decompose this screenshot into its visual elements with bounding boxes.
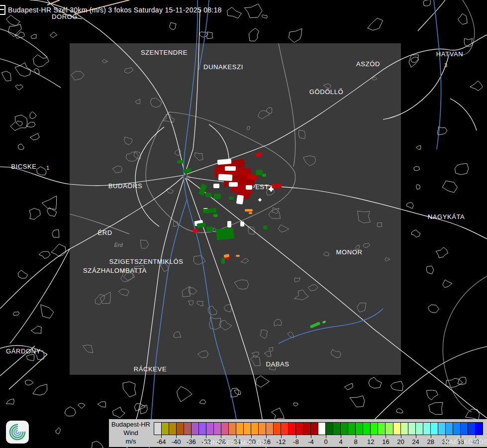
legend-color-cell [184, 423, 192, 435]
settlement-outline [308, 284, 318, 291]
radar-echo [262, 174, 266, 177]
page-title: Budapest-HR Szél 30km (m/s) 3 fokos Satu… [8, 6, 222, 14]
settlement-outline [189, 287, 197, 294]
settlement-outline [219, 320, 232, 330]
radar-echo [272, 183, 282, 189]
legend-color-cell [401, 423, 408, 435]
radar-echo [247, 173, 258, 180]
settlement-outline [33, 384, 47, 395]
settlement-outline [34, 68, 39, 74]
settlement-outline [466, 409, 480, 420]
settlement-outline [18, 270, 28, 278]
map-label-budapest: BUDAPEST [232, 183, 269, 191]
legend-color-cell [461, 423, 468, 435]
settlement-outline [134, 151, 141, 159]
settlement-outline [65, 407, 76, 416]
wind-color-scale [154, 422, 483, 435]
radar-domain-rect [70, 43, 401, 375]
map-label-sz-zhalombatta: SZÁZHALOMBATTA [83, 267, 147, 274]
settlement-outline [83, 345, 93, 353]
legend-color-cell [431, 423, 438, 435]
legend-color-cell [311, 423, 318, 435]
map-label-buda-rs: BUDAÖRS [108, 182, 143, 190]
map-label-r-ckeve: RÁCKEVE [134, 365, 167, 373]
legend-tick-value: 32 [442, 438, 449, 446]
settlement-outline [416, 185, 420, 190]
radar-echo [246, 185, 252, 190]
legend-color-cell [476, 423, 483, 435]
settlement-outline [163, 114, 174, 122]
legend-color-cell [206, 423, 214, 435]
legend-color-cell [453, 423, 461, 435]
radar-echo [255, 152, 263, 158]
settlement-outline [207, 32, 213, 39]
settlement-outline [363, 243, 370, 247]
inner-settlement-outlines [71, 59, 390, 370]
legend-color-cell [356, 423, 363, 435]
settlement-outline [13, 312, 19, 316]
legend-color-cell [192, 423, 199, 435]
radar-echo [221, 258, 225, 264]
legend-color-cell [416, 423, 423, 435]
legend-color-cell [341, 423, 348, 435]
legend-color-cell [154, 423, 162, 435]
settlement-outline [368, 18, 383, 30]
settlement-outline [372, 77, 377, 80]
legend-color-cell [214, 423, 221, 435]
settlement-outline [150, 98, 161, 108]
radar-echo [225, 255, 229, 259]
settlement-outline [350, 396, 365, 407]
legend-tick-value: 8 [354, 438, 358, 446]
settlement-outline [16, 121, 22, 126]
settlement-outline [299, 130, 305, 139]
settlement-outline [262, 15, 267, 18]
settlement-outline [36, 167, 46, 175]
settlement-outline [303, 156, 316, 166]
danube-river [184, 0, 240, 448]
settlement-outline [274, 319, 282, 326]
settlement-outline [113, 407, 125, 418]
legend-color-cell [274, 423, 281, 435]
settlement-outline [429, 402, 443, 414]
settlement-outline [264, 351, 271, 357]
title-glyph-icon [0, 5, 5, 15]
settlement-outline [446, 378, 463, 388]
radar-echo [205, 193, 211, 197]
settlement-outline [71, 71, 84, 80]
legend-color-cell [423, 423, 431, 435]
settlement-outline [234, 280, 249, 289]
legend-color-cell [199, 423, 206, 435]
radar-echo [322, 321, 326, 324]
settlement-outline [78, 403, 85, 408]
settlement-outline [323, 84, 331, 89]
settlement-outline [289, 29, 302, 43]
legend-tick-value: 20 [397, 438, 404, 446]
settlement-outline [170, 22, 176, 29]
legend-color-cell [438, 423, 446, 435]
settlement-outline [442, 181, 457, 193]
settlement-outline [97, 402, 106, 407]
settlement-outline [30, 112, 36, 118]
settlement-outline [443, 280, 452, 288]
radar-echo [214, 194, 221, 199]
map-label-bicske: BICSKE [11, 163, 36, 170]
legend-tick-value: -64 [157, 438, 166, 446]
legend-color-cell [236, 423, 244, 435]
settlement-outline [397, 409, 403, 413]
settlement-outline [185, 175, 191, 180]
map-background [0, 0, 487, 448]
legend-tick-value: 16 [382, 438, 389, 446]
radar-echo [229, 182, 238, 187]
settlement-outline [199, 400, 205, 404]
settlement-outline [358, 211, 371, 223]
settlement-outline [407, 203, 414, 209]
settlement-outline [95, 294, 105, 305]
radar-echo [198, 184, 207, 196]
settlement-outline [195, 153, 203, 161]
wind-spiral-icon [8, 423, 27, 442]
settlement-outline [100, 292, 110, 304]
settlement-outline [244, 4, 262, 18]
radar-echo [203, 208, 217, 214]
legend-color-cell [333, 423, 341, 435]
settlement-outline [173, 221, 178, 226]
